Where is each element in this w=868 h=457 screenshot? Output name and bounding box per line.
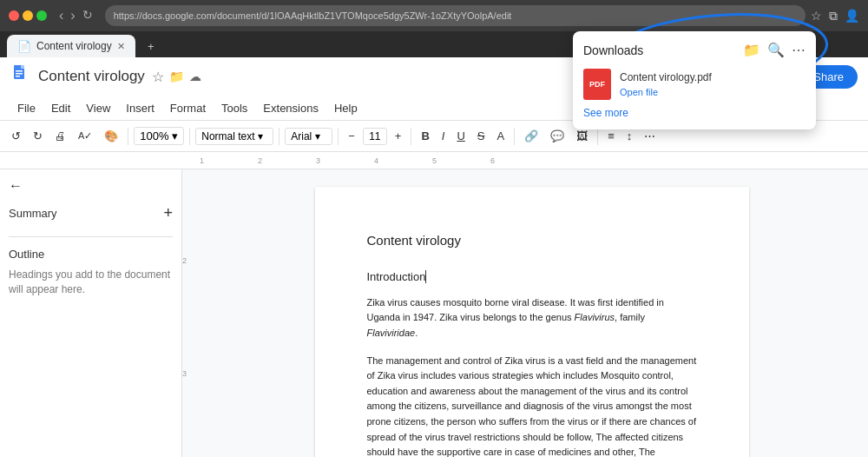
- open-file-link[interactable]: Open file: [620, 87, 658, 97]
- underline-button[interactable]: U: [452, 127, 469, 145]
- downloads-header: Downloads 📁 🔍 ⋯: [583, 42, 806, 58]
- comment-button[interactable]: 💬: [546, 127, 569, 145]
- separator-6: [514, 128, 515, 145]
- zoom-value: 100%: [140, 129, 168, 142]
- downloads-more-icon[interactable]: ⋯: [792, 42, 806, 58]
- align-button[interactable]: ≡: [603, 127, 619, 145]
- minimize-window-btn[interactable]: [23, 10, 33, 21]
- redo-button[interactable]: ↻: [29, 127, 47, 145]
- font-selector[interactable]: Arial ▾: [285, 128, 332, 145]
- introduction-heading: Introduction: [367, 268, 697, 287]
- new-tab-btn[interactable]: +: [139, 35, 163, 57]
- style-value: Normal text: [201, 130, 254, 142]
- downloads-folder-icon[interactable]: 📁: [743, 42, 760, 58]
- maximize-window-btn[interactable]: [36, 10, 47, 21]
- ruler-mark-2: 2: [258, 156, 316, 165]
- tab-title: Content virology: [36, 40, 112, 52]
- profile-icon[interactable]: 👤: [845, 9, 859, 23]
- spellcheck-button[interactable]: A✓: [74, 128, 96, 144]
- move-icon[interactable]: 📁: [169, 70, 184, 83]
- menu-format[interactable]: Format: [163, 99, 213, 117]
- window-controls: [9, 10, 47, 21]
- menu-tools[interactable]: Tools: [214, 99, 254, 117]
- browser-bar: ‹ › ↻ https://docs.google.com/document/d…: [0, 0, 868, 31]
- sidebar-summary-section: Summary +: [9, 204, 173, 222]
- separator-1: [128, 128, 128, 145]
- style-selector[interactable]: Normal text ▾: [195, 128, 273, 145]
- download-item: PDF Content virology.pdf Open file: [583, 69, 806, 100]
- downloads-search-icon[interactable]: 🔍: [767, 42, 785, 58]
- download-info: Content virology.pdf Open file: [620, 71, 806, 98]
- sidebar-outline-label: Outline: [9, 248, 173, 261]
- address-text: https://docs.google.com/document/d/1lOAA…: [114, 10, 512, 21]
- separator-5: [411, 128, 411, 145]
- menu-insert[interactable]: Insert: [119, 99, 161, 117]
- print-button[interactable]: 🖨: [50, 127, 70, 145]
- image-button[interactable]: 🖼: [572, 127, 592, 145]
- sidebar-summary-label: Summary: [9, 207, 57, 220]
- browser-toolbar: ☆ ⧉ 👤: [811, 9, 859, 23]
- more-options-button[interactable]: ⋯: [640, 127, 660, 145]
- ruler-mark-3: 3: [316, 156, 374, 165]
- ruler-mark-1: 1: [200, 156, 258, 165]
- separator-2: [189, 128, 190, 145]
- link-button[interactable]: 🔗: [520, 127, 542, 145]
- refresh-btn[interactable]: ↻: [82, 8, 93, 23]
- page-margin-numbers: 2 3 4: [182, 169, 195, 457]
- undo-button[interactable]: ↺: [7, 127, 25, 145]
- font-value: Arial: [291, 130, 312, 142]
- doc-title-label[interactable]: Content virology: [38, 68, 145, 85]
- sidebar: ← Summary + Outline Headings you add to …: [0, 169, 182, 457]
- menu-view[interactable]: View: [79, 99, 117, 117]
- content-wrapper: 1 2 3 4 5 6 ← Summary + Outline Headings…: [0, 152, 868, 457]
- ruler-mark-5: 5: [432, 156, 490, 165]
- zoom-chevron-icon: ▾: [172, 129, 178, 142]
- zoom-selector[interactable]: 100% ▾: [134, 127, 184, 145]
- star-icon[interactable]: ☆: [152, 69, 164, 85]
- italic-button[interactable]: I: [437, 127, 450, 145]
- tab-close-btn[interactable]: ✕: [117, 41, 125, 52]
- cloud-save-icon[interactable]: ☁: [189, 70, 201, 83]
- paint-format-button[interactable]: 🎨: [100, 127, 122, 145]
- ruler-mark-4: 4: [374, 156, 432, 165]
- sidebar-outline-hint: Headings you add to the document will ap…: [9, 268, 173, 297]
- tab-favicon: 📄: [17, 40, 31, 53]
- font-size-increase-button[interactable]: +: [391, 127, 406, 145]
- extensions-icon[interactable]: ⧉: [829, 9, 838, 23]
- italic-text-2: Flaviviridae: [367, 328, 416, 338]
- menu-help[interactable]: Help: [327, 99, 365, 117]
- line-spacing-button[interactable]: ↕: [622, 127, 637, 145]
- paragraph-1: Zika virus causes mosquito borne viral d…: [367, 295, 697, 341]
- menu-extensions[interactable]: Extensions: [256, 99, 326, 117]
- font-size-decrease-button[interactable]: −: [344, 127, 359, 145]
- sidebar-add-button[interactable]: +: [163, 204, 173, 222]
- svg-rect-1: [21, 65, 24, 69]
- nav-controls: ‹ › ↻: [59, 8, 93, 23]
- pdf-file-icon: PDF: [583, 69, 611, 100]
- downloads-panel: Downloads 📁 🔍 ⋯ PDF Content virology.pdf…: [573, 31, 816, 129]
- menu-edit[interactable]: Edit: [44, 99, 77, 117]
- close-window-btn[interactable]: [9, 10, 19, 21]
- sidebar-divider: [9, 236, 173, 237]
- sidebar-back-button[interactable]: ←: [9, 178, 173, 194]
- document-area[interactable]: Content virology Introduction Zika virus…: [195, 169, 868, 457]
- menu-file[interactable]: File: [10, 99, 43, 117]
- document-page[interactable]: Content virology Introduction Zika virus…: [315, 187, 749, 457]
- address-bar[interactable]: https://docs.google.com/document/d/1lOAA…: [105, 5, 806, 26]
- main-content-area: ← Summary + Outline Headings you add to …: [0, 169, 868, 457]
- bookmark-icon[interactable]: ☆: [811, 9, 822, 23]
- ruler-mark-6: 6: [490, 156, 549, 165]
- downloads-header-icons: 📁 🔍 ⋯: [743, 42, 806, 58]
- font-size-display[interactable]: 11: [363, 128, 387, 145]
- bold-button[interactable]: B: [417, 127, 433, 145]
- forward-btn[interactable]: ›: [70, 8, 75, 23]
- see-more-link[interactable]: See more: [583, 107, 806, 119]
- back-btn[interactable]: ‹: [59, 8, 63, 23]
- svg-rect-3: [16, 73, 23, 75]
- svg-rect-2: [16, 70, 23, 72]
- docs-logo-icon: [10, 63, 31, 89]
- active-tab[interactable]: 📄 Content virology ✕: [7, 35, 135, 57]
- highlight-button[interactable]: A: [492, 127, 509, 145]
- style-chevron-icon: ▾: [258, 130, 263, 142]
- strikethrough-button[interactable]: S: [473, 127, 490, 145]
